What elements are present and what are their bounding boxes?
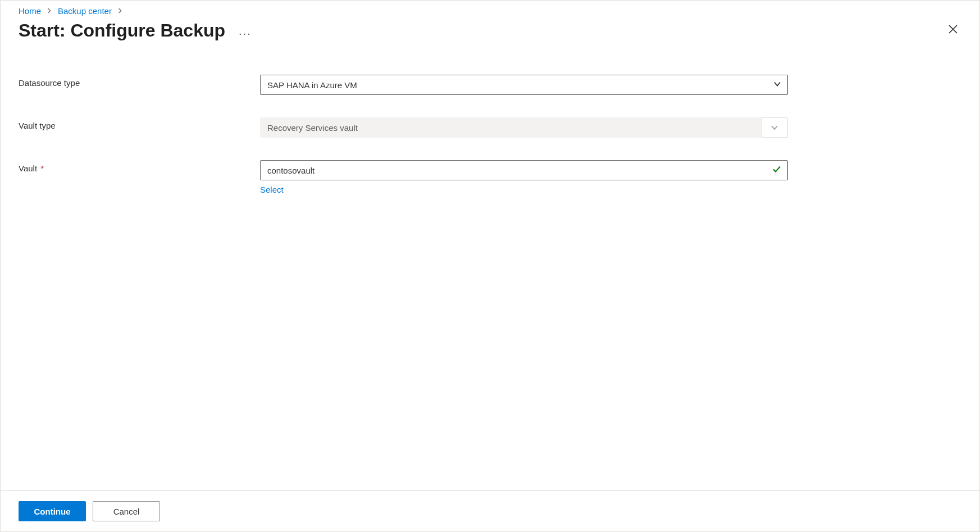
- vault-label-text: Vault: [19, 163, 37, 173]
- chevron-right-icon: [47, 7, 52, 15]
- form-area: Datasource type SAP HANA in Azure VM Vau…: [1, 52, 979, 194]
- close-button[interactable]: [945, 21, 961, 40]
- vault-type-value: Recovery Services vault: [260, 117, 788, 138]
- page-title: Start: Configure Backup: [19, 20, 225, 41]
- page-header: Start: Configure Backup ···: [1, 16, 979, 52]
- vault-input-wrap: [260, 160, 788, 180]
- close-icon: [948, 25, 958, 37]
- cancel-button[interactable]: Cancel: [93, 501, 160, 521]
- breadcrumb: Home Backup center: [1, 1, 979, 16]
- datasource-type-row: Datasource type SAP HANA in Azure VM: [19, 75, 961, 95]
- datasource-type-dropdown[interactable]: SAP HANA in Azure VM: [260, 75, 788, 95]
- breadcrumb-home[interactable]: Home: [19, 6, 41, 16]
- vault-type-row: Vault type Recovery Services vault: [19, 117, 961, 138]
- vault-row: Vault * Select: [19, 160, 961, 194]
- checkmark-icon: [772, 165, 781, 176]
- continue-button[interactable]: Continue: [19, 501, 86, 521]
- vault-input[interactable]: [260, 160, 788, 180]
- more-actions-button[interactable]: ···: [239, 28, 252, 39]
- required-indicator: *: [40, 163, 44, 173]
- datasource-type-value: SAP HANA in Azure VM: [260, 75, 788, 95]
- footer: Continue Cancel: [1, 490, 979, 531]
- vault-type-label: Vault type: [19, 117, 260, 130]
- datasource-type-label: Datasource type: [19, 75, 260, 88]
- breadcrumb-backup-center[interactable]: Backup center: [58, 6, 112, 16]
- chevron-right-icon: [117, 7, 123, 15]
- vault-type-dropdown: Recovery Services vault: [260, 117, 788, 138]
- select-vault-link[interactable]: Select: [260, 185, 284, 194]
- vault-label: Vault *: [19, 160, 260, 173]
